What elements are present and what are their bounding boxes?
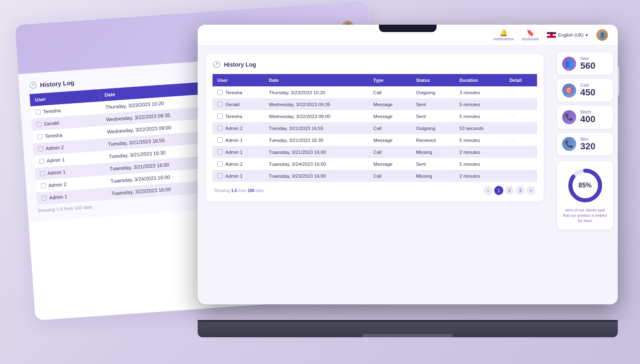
cell-duration: 53 seconds <box>455 122 505 134</box>
col-type: Type <box>369 74 411 86</box>
table-row: Teresha Wednesday, 3/22/2023 09:00 Messa… <box>213 110 537 122</box>
cell-date: Tuesday, 3/21/2023 16:30 <box>264 134 369 146</box>
cell-status: Received <box>411 134 454 146</box>
table-row: Admin 1 Tuesday, 3/21/2023 16:30 Message… <box>213 134 537 146</box>
bell-icon: 🔔 <box>500 29 508 37</box>
notifications-nav[interactable]: 🔔 Notifications <box>494 29 514 41</box>
screen-sidebar: 👥 New 560 🎯 Cold 450 � <box>552 46 618 304</box>
screen-main: 🕐 History Log User Date Type Status D <box>198 46 618 304</box>
donut-percent-label: 85% <box>578 182 591 189</box>
language-selector[interactable]: English (UK) ▾ <box>547 32 588 38</box>
cell-detail[interactable]: ··· <box>505 110 537 122</box>
cell-user: Admin 1 <box>213 146 264 158</box>
col-duration: Duration <box>455 74 505 86</box>
table-row: Admin 1 Tuaesday, 3/21/2023 16:00 Call M… <box>213 146 537 158</box>
screen-content: 🕐 History Log User Date Type Status D <box>198 46 552 304</box>
cell-type: Call <box>369 170 411 182</box>
stat-cold-text: Cold 450 <box>580 83 596 97</box>
stat-warm-value: 400 <box>580 114 596 124</box>
user-avatar[interactable]: 👤 <box>596 29 608 41</box>
page-2-button[interactable]: 2 <box>505 186 514 195</box>
cell-status: Sent <box>411 98 454 110</box>
cell-duration: 5 minutes <box>455 134 505 146</box>
table-footer: Showing 1-5 from 100 data ‹ 1 2 3 › <box>213 186 537 195</box>
table-range: 1-5 <box>231 188 237 193</box>
stat-won-icon: 📞 <box>562 137 576 151</box>
cell-detail[interactable]: ··· <box>505 134 537 146</box>
page-3-button[interactable]: 3 <box>516 186 525 195</box>
cell-detail-empty <box>505 122 537 134</box>
col-user: User <box>213 74 264 86</box>
cell-detail-empty <box>505 146 537 158</box>
flag-icon <box>547 32 556 38</box>
table-showing: Showing 1-5 from 100 data <box>214 188 264 193</box>
history-log-label: History Log <box>224 61 256 68</box>
cell-type: Message <box>369 110 411 122</box>
stat-cold-value: 450 <box>580 88 596 97</box>
cell-type: Message <box>369 158 411 170</box>
stat-won-label: Won <box>580 137 596 141</box>
cell-detail-empty <box>505 158 537 170</box>
table-row: Admin 2 Tuaesday, 3/24/2023 16:00 Messag… <box>213 158 537 170</box>
table-count: 100 <box>248 188 255 193</box>
bg-clock-icon: 🕐 <box>29 81 37 89</box>
cell-detail-empty <box>505 170 537 182</box>
cell-detail[interactable]: ··· <box>505 86 537 98</box>
cell-duration: 2 minutes <box>455 170 505 182</box>
stat-cold-card: 🎯 Cold 450 <box>557 79 613 102</box>
cell-date: Wednesday, 3/22/2023 09:00 <box>264 110 369 122</box>
stat-new-card: 👥 New 560 <box>557 52 613 75</box>
cell-date: Wednesday, 3/22/2023 09:35 <box>264 98 369 110</box>
laptop-base <box>198 322 618 337</box>
prev-page-button[interactable]: ‹ <box>484 186 493 195</box>
cell-type: Call <box>369 146 411 158</box>
stat-new-text: New 560 <box>580 56 596 71</box>
cell-type: Call <box>369 86 411 98</box>
cell-date: Tuaesday, 3/23/2023 16:00 <box>264 170 369 182</box>
cell-duration: 2 minutes <box>455 146 505 158</box>
cell-date: Tuaesday, 3/24/2023 16:00 <box>264 158 369 170</box>
stat-won-text: Won 320 <box>580 137 596 151</box>
table-row: Gerald Wednesday, 3/22/2023 09:35 Messag… <box>213 98 537 110</box>
cell-user: Teresha <box>213 86 264 98</box>
cell-user: Admin 1 <box>213 134 264 146</box>
stat-warm-card: 📞 Warm 400 <box>557 106 613 128</box>
history-section: 🕐 History Log User Date Type Status D <box>206 54 544 202</box>
cell-user: Admin 2 <box>213 158 264 170</box>
table-row: Teresha Thursday, 3/23/2023 10:20 Call O… <box>213 86 537 98</box>
history-log-title: 🕐 History Log <box>213 60 537 68</box>
donut-chart: 85% <box>567 167 604 204</box>
cell-user: Teresha <box>213 110 264 122</box>
cell-status: Sent <box>411 158 454 170</box>
bookmark-icon: 🔖 <box>526 29 535 37</box>
cell-duration: 5 minutes <box>455 158 505 170</box>
pagination: ‹ 1 2 3 › <box>484 186 535 195</box>
notifications-label: Notifications <box>494 37 514 41</box>
page-1-button[interactable]: 1 <box>494 186 503 195</box>
cell-type: Message <box>369 134 411 146</box>
cell-date: Tuesday, 3/21/2023 16:55 <box>264 122 369 134</box>
cell-status: Sent <box>411 110 454 122</box>
next-page-button[interactable]: › <box>526 186 535 195</box>
donut-caption: 85% of our clients said that our product… <box>562 207 608 224</box>
stat-new-value: 560 <box>580 61 596 71</box>
stat-cold-icon: 🎯 <box>562 83 576 97</box>
clock-icon: 🕐 <box>213 60 221 68</box>
col-detail: Detail <box>505 74 537 86</box>
cell-date: Tuaesday, 3/21/2023 16:00 <box>264 146 369 158</box>
stat-warm-icon: 📞 <box>562 110 576 124</box>
cell-status: Outgoing <box>411 86 454 98</box>
table-row: Admin 1 Tuaesday, 3/23/2023 16:00 Call M… <box>213 170 537 182</box>
bookmark-nav[interactable]: 🔖 Bookmark <box>522 29 539 41</box>
cell-user: Admin 1 <box>213 170 264 182</box>
cell-status: Missing <box>411 170 454 182</box>
table-row: Admin 2 Tuesday, 3/21/2023 16:55 Call Ou… <box>213 122 537 134</box>
cell-status: Outgoing <box>411 122 454 134</box>
stat-warm-text: Warm 400 <box>580 110 596 124</box>
cell-type: Call <box>369 122 411 134</box>
history-table: User Date Type Status Duration Detail <box>213 74 537 182</box>
laptop-frame: 🔔 Notifications 🔖 Bookmark English (UK) … <box>198 25 618 337</box>
stat-won-card: 📞 Won 320 <box>557 133 613 155</box>
cell-status: Missing <box>411 146 454 158</box>
language-label: English (UK) <box>558 32 584 37</box>
